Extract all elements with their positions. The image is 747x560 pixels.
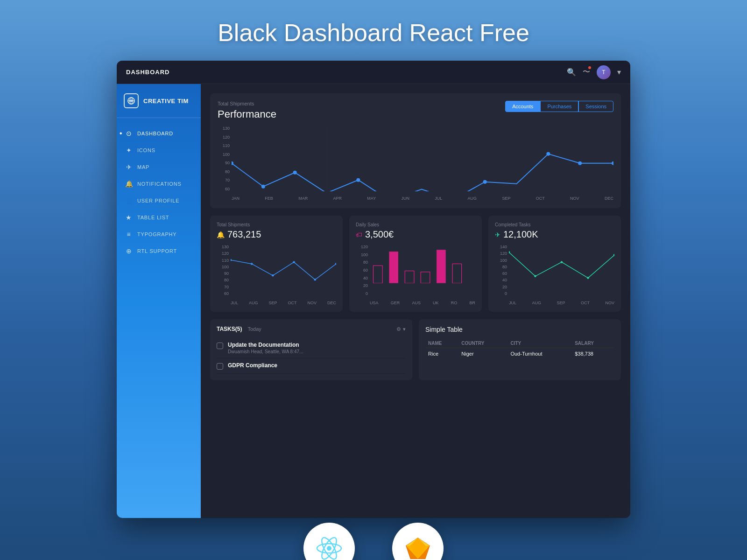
chevron-down-icon[interactable]: ▾: [617, 68, 621, 77]
sidebar-item-label: RTL SUPPORT: [137, 248, 177, 254]
shipments-line-svg: [231, 245, 336, 283]
sidebar-item-label: ICONS: [137, 147, 155, 153]
icons-icon: ✦: [125, 147, 133, 154]
react-logo: [315, 534, 343, 560]
stat-card-tasks: Completed Tasks ✈ 12,100K 140 120 100 80…: [488, 216, 621, 312]
map-icon: ✈: [125, 163, 133, 171]
notifications-icon[interactable]: 〜: [583, 67, 590, 77]
sidebar-item-label: DASHBOARD: [137, 131, 173, 136]
task-desc: Dwuamish Head, Seattle, WA 8:47...: [228, 349, 303, 354]
bell-icon: 🔔: [217, 231, 225, 238]
stat-card-sales: Daily Sales 🏷 3,500€ 120 100 80 60 40 20: [349, 216, 482, 312]
tab-accounts[interactable]: Accounts: [505, 101, 540, 112]
svg-rect-44: [405, 271, 414, 283]
table-row: Rice Niger Oud-Turnhout $38,738: [425, 348, 614, 360]
stat-value-shipments: 🔔 763,215: [217, 229, 336, 240]
rtl-icon: ⊕: [125, 247, 133, 255]
table-card: Simple Table NAME COUNTRY CITY SALARY: [419, 319, 621, 380]
topbar-actions: 🔍 〜 T ▾: [567, 65, 621, 79]
settings-icon: ⚙: [396, 326, 401, 332]
topbar: DASHBOARD 🔍 〜 T ▾: [117, 61, 630, 84]
simple-table: NAME COUNTRY CITY SALARY Rice Niger Oud-…: [425, 339, 614, 359]
sidebar-item-rtl[interactable]: ⊕ RTL SUPPORT: [117, 243, 201, 259]
page-title: Black Dashboard React Free: [218, 19, 529, 47]
avatar[interactable]: T: [597, 65, 611, 79]
shipments-chart: 130 120 110 100 90 80 70 60: [217, 245, 336, 305]
sidebar-item-typography[interactable]: ≡ TYPOGRAPHY: [117, 226, 201, 243]
performance-title: Performance: [218, 108, 276, 120]
sketch-icon-circle: [392, 523, 444, 560]
x-labels: JUL AUG SEP OCT NOV: [509, 301, 614, 305]
tasks-actions-button[interactable]: ⚙ ▾: [396, 326, 406, 332]
sidebar-item-table-list[interactable]: ★ TABLE LIST: [117, 209, 201, 226]
col-city: CITY: [507, 339, 572, 348]
sidebar-item-label: USER PROFILE: [137, 198, 179, 203]
sidebar: CREATIVE TIM ⊙ DASHBOARD ✦ ICONS ✈ MAP 🔔…: [117, 84, 201, 518]
tasks-line-svg: [509, 245, 614, 283]
svg-point-37: [251, 263, 253, 265]
cell-name: Rice: [425, 348, 458, 360]
sidebar-item-notifications[interactable]: 🔔 NOTIFICATIONS: [117, 175, 201, 192]
bell-icon: 🔔: [125, 180, 133, 188]
task-name: GDPR Compliance: [228, 362, 277, 369]
svg-point-55: [534, 275, 536, 278]
sidebar-brand: CREATIVE TIM: [117, 84, 201, 118]
sidebar-item-user-profile[interactable]: 👤 USER PROFILE: [117, 192, 201, 209]
line-chart-svg: [232, 126, 613, 191]
svg-point-23: [293, 171, 297, 175]
svg-point-40: [314, 279, 317, 281]
svg-rect-47: [452, 264, 462, 283]
table-icon: ★: [125, 214, 133, 221]
svg-point-38: [272, 274, 274, 277]
svg-rect-46: [437, 250, 446, 283]
performance-chart: 130 120 110 100 90 80 70 60: [218, 126, 613, 201]
search-icon[interactable]: 🔍: [567, 68, 576, 77]
svg-point-59: [327, 546, 331, 551]
svg-point-56: [561, 261, 563, 263]
task-content: GDPR Compliance: [228, 362, 277, 369]
sales-chart: 120 100 80 60 40 20 0: [356, 245, 475, 305]
svg-point-28: [546, 152, 550, 156]
svg-point-29: [578, 161, 582, 165]
stat-subtitle-tasks: Completed Tasks: [495, 222, 614, 227]
performance-subtitle: Total Shipments: [218, 101, 276, 106]
sidebar-item-map[interactable]: ✈ MAP: [117, 159, 201, 175]
tasks-card: TASKS(5) Today ⚙ ▾ Update the Documentat…: [210, 319, 412, 380]
svg-point-57: [587, 277, 589, 279]
x-labels: USA GER AUS UK RO BR: [370, 301, 475, 305]
task-item: Update the Documentation Dwuamish Head, …: [217, 338, 406, 358]
react-icon-circle: [303, 523, 355, 560]
cell-country: Niger: [458, 348, 507, 360]
sidebar-item-icons[interactable]: ✦ ICONS: [117, 142, 201, 159]
brand-icon: [124, 93, 139, 108]
tab-purchases[interactable]: Purchases: [540, 101, 578, 112]
performance-header: Total Shipments Performance Accounts Pur…: [218, 101, 613, 120]
cell-salary: $38,738: [572, 348, 614, 360]
y-axis: 130 120 110 100 90 80 70 60: [217, 245, 231, 296]
task-content: Update the Documentation Dwuamish Head, …: [228, 342, 303, 354]
stat-value-sales: 🏷 3,500€: [356, 229, 475, 240]
performance-title-group: Total Shipments Performance: [218, 101, 276, 120]
tag-icon: 🏷: [356, 231, 362, 238]
cell-city: Oud-Turnhout: [507, 348, 572, 360]
content-area: Total Shipments Performance Accounts Pur…: [201, 84, 630, 518]
tab-sessions[interactable]: Sessions: [578, 101, 613, 112]
user-icon: 👤: [125, 197, 133, 204]
task-checkbox[interactable]: [217, 343, 223, 349]
svg-point-27: [483, 180, 487, 184]
dashboard-window: DASHBOARD 🔍 〜 T ▾: [117, 61, 630, 518]
bottom-row: TASKS(5) Today ⚙ ▾ Update the Documentat…: [210, 319, 621, 380]
stat-subtitle-sales: Daily Sales: [356, 222, 475, 227]
tasks-header: TASKS(5) Today ⚙ ▾: [217, 326, 406, 332]
sidebar-item-dashboard[interactable]: ⊙ DASHBOARD: [117, 125, 201, 142]
tasks-today: Today: [247, 326, 261, 332]
svg-rect-45: [421, 272, 430, 283]
main-layout: CREATIVE TIM ⊙ DASHBOARD ✦ ICONS ✈ MAP 🔔…: [117, 84, 630, 518]
brand-name: CREATIVE TIM: [143, 98, 189, 105]
y-axis-labels: 130 120 110 100 90 80 70 60: [218, 126, 232, 191]
topbar-title: DASHBOARD: [126, 69, 170, 76]
stats-row: Total Shipments 🔔 763,215 130 120 110 10…: [210, 216, 621, 312]
y-axis: 140 120 100 80 60 40 20 0: [495, 245, 509, 296]
tasks-chart: 140 120 100 80 60 40 20 0: [495, 245, 614, 305]
task-checkbox[interactable]: [217, 363, 223, 370]
